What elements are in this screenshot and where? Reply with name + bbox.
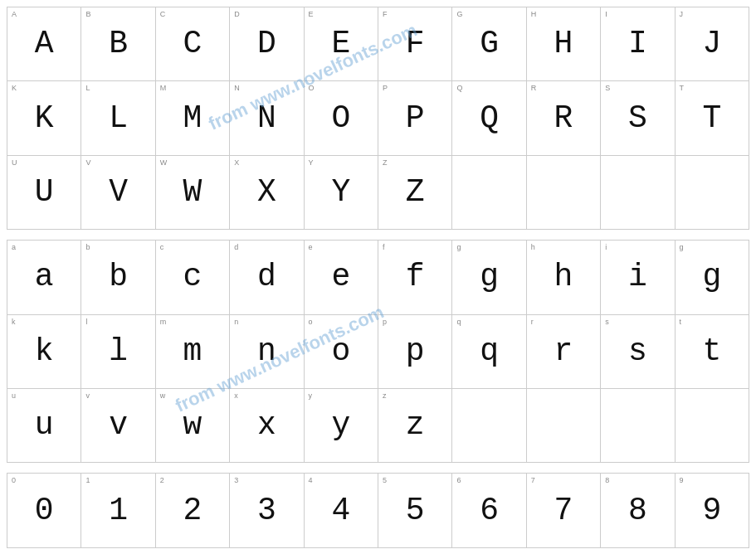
cell-lowercase-11: ll — [81, 315, 155, 389]
lowercase-grid: aabbccddeeffgghhiiggkkllmmnnooppqqrrsstt… — [7, 240, 749, 463]
cell-uppercase-19: TT — [676, 81, 749, 155]
cell-character: 9 — [702, 495, 721, 527]
cell-character: g — [480, 261, 499, 293]
cell-character: Q — [480, 103, 499, 134]
cell-lowercase-24: yy — [305, 389, 378, 463]
cell-label: t — [680, 318, 682, 326]
cell-character: O — [331, 103, 350, 134]
cell-label: l — [85, 318, 87, 326]
cell-lowercase-1: bb — [81, 241, 155, 314]
cell-character: K — [35, 103, 54, 134]
cell-character: 0 — [35, 495, 54, 527]
cell-lowercase-28 — [601, 389, 675, 463]
cell-label: 7 — [531, 476, 535, 484]
cell-label: r — [531, 318, 534, 326]
cell-character: u — [35, 410, 54, 441]
cell-numbers-4: 44 — [305, 474, 378, 547]
cell-label: U — [12, 158, 17, 167]
cell-character: z — [406, 410, 425, 441]
cell-character: 7 — [554, 495, 573, 527]
cell-character: l — [109, 336, 128, 367]
cell-uppercase-21: VV — [81, 156, 155, 230]
cell-label: Z — [383, 158, 388, 167]
cell-character: h — [554, 261, 573, 293]
cell-numbers-5: 55 — [378, 474, 452, 547]
cell-uppercase-2: CC — [156, 7, 230, 81]
cell-label: 8 — [605, 476, 609, 484]
cell-uppercase-6: GG — [452, 7, 526, 81]
cell-uppercase-8: II — [601, 7, 675, 81]
cell-label: K — [12, 84, 17, 92]
cell-label: u — [12, 391, 16, 400]
cell-label: Q — [456, 84, 462, 92]
cell-lowercase-4: ee — [305, 241, 378, 314]
cell-character: R — [554, 103, 573, 134]
cell-label: G — [456, 10, 462, 18]
cell-uppercase-16: QQ — [452, 81, 526, 155]
cell-numbers-6: 66 — [452, 474, 526, 547]
cell-character: F — [406, 28, 425, 60]
cell-lowercase-15: pp — [378, 315, 452, 389]
cell-uppercase-14: OO — [305, 81, 378, 155]
cell-character: g — [702, 261, 721, 293]
numbers-grid: 00112233445566778899 — [7, 473, 749, 547]
cell-character: n — [257, 336, 276, 367]
cell-lowercase-10: kk — [7, 315, 81, 389]
cell-character: V — [109, 177, 128, 208]
cell-label: 1 — [85, 476, 90, 484]
cell-label: m — [160, 318, 167, 326]
cell-lowercase-20: uu — [7, 389, 81, 463]
cell-label: R — [531, 84, 537, 92]
cell-character: a — [35, 261, 54, 293]
cell-character: o — [331, 336, 350, 367]
cell-lowercase-26 — [452, 389, 526, 463]
cell-label: 4 — [309, 476, 313, 484]
cell-label: z — [383, 391, 387, 400]
cell-character: x — [257, 410, 276, 441]
cell-uppercase-12: MM — [156, 81, 230, 155]
cell-label: L — [85, 84, 90, 92]
cell-character: J — [702, 28, 721, 60]
cell-character: t — [702, 336, 721, 367]
cell-character: f — [406, 261, 425, 293]
cell-label: w — [160, 391, 166, 400]
cell-character: H — [554, 28, 573, 60]
cell-character: m — [183, 336, 202, 367]
cell-label: y — [309, 391, 313, 400]
cell-label: H — [531, 10, 537, 18]
cell-character: 8 — [628, 495, 647, 527]
cell-lowercase-19: tt — [676, 315, 749, 389]
cell-character: d — [257, 261, 276, 293]
cell-character: G — [480, 28, 499, 60]
cell-lowercase-23: xx — [230, 389, 304, 463]
cell-label: F — [383, 10, 388, 18]
cell-lowercase-6: gg — [452, 241, 526, 314]
cell-character: y — [331, 410, 350, 441]
cell-label: o — [309, 318, 313, 326]
cell-character: i — [628, 261, 647, 293]
cell-uppercase-11: LL — [81, 81, 155, 155]
cell-character: W — [183, 177, 202, 208]
cell-label: D — [234, 10, 240, 18]
cell-label: q — [456, 318, 461, 326]
cell-label: P — [383, 84, 388, 92]
cell-label: 2 — [160, 476, 164, 484]
cell-character: 3 — [257, 495, 276, 527]
cell-character: 6 — [480, 495, 499, 527]
cell-label: n — [234, 318, 238, 326]
cell-character: I — [628, 28, 647, 60]
cell-numbers-2: 22 — [156, 474, 230, 547]
cell-numbers-1: 11 — [81, 474, 155, 547]
cell-numbers-9: 99 — [676, 474, 749, 547]
cell-label: p — [383, 318, 387, 326]
cell-label: N — [234, 84, 240, 92]
cell-label: X — [234, 158, 239, 167]
cell-character: X — [257, 177, 276, 208]
cell-label: 0 — [12, 476, 16, 484]
cell-lowercase-21: vv — [81, 389, 155, 463]
cell-lowercase-7: hh — [527, 241, 601, 314]
cell-label: v — [85, 391, 90, 400]
cell-label: s — [605, 318, 609, 326]
cell-uppercase-17: RR — [527, 81, 601, 155]
cell-label: a — [12, 243, 16, 251]
